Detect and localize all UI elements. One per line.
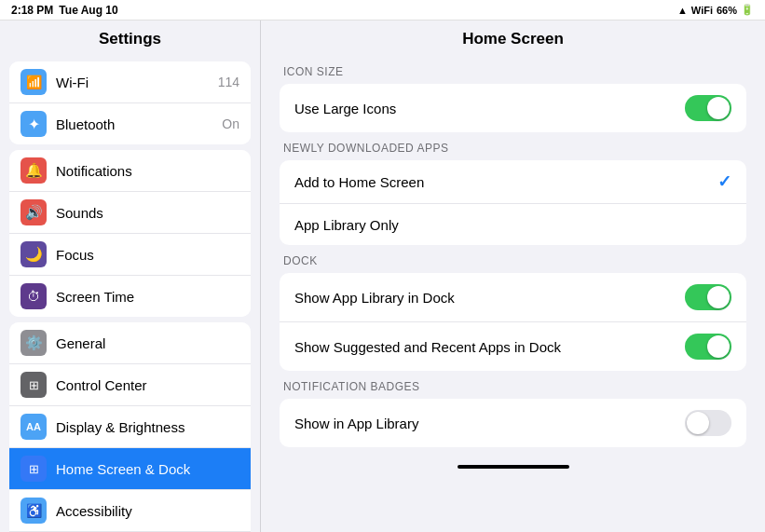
notifications-label: Notifications [56,163,239,179]
homescreen-icon: ⊞ [20,456,47,482]
sidebar-item-accessibility[interactable]: ♿ Accessibility [9,490,251,532]
sidebar-item-sounds[interactable]: 🔊 Sounds [9,192,251,234]
main-layout: Settings 📶 Wi-Fi 114 ✦ Bluetooth On 🔔 No… [0,20,765,532]
sidebar-group-settings: ⚙️ General ⊞ Control Center AA Display &… [9,322,251,532]
section-label-notification-badges: NOTIFICATION BADGES [280,380,746,393]
section-label-dock: DOCK [280,254,746,267]
sidebar-item-focus[interactable]: 🌙 Focus [9,234,251,276]
control-center-label: Control Center [56,377,239,393]
sidebar-item-wifi[interactable]: 📶 Wi-Fi 114 [9,61,251,103]
control-center-icon: ⊞ [20,372,47,398]
app-library-only-label: App Library Only [294,217,731,233]
status-bar: 2:18 PM Tue Aug 10 ▲ WiFi 66% 🔋 [0,0,765,20]
section-label-newly-downloaded: NEWLY DOWNLOADED APPS [280,142,746,155]
show-suggested-label: Show Suggested and Recent Apps in Dock [294,339,685,355]
sounds-icon: 🔊 [20,199,47,225]
battery-icon: 🔋 [741,4,754,16]
large-icons-toggle[interactable] [685,95,731,121]
sidebar-item-display[interactable]: AA Display & Brightness [9,406,251,448]
wifi-label: Wi-Fi [56,75,218,90]
row-large-icons[interactable]: Use Large Icons [280,84,746,132]
content-panel: Home Screen ICON SIZE Use Large Icons NE… [261,20,765,532]
wifi-icon: WiFi [691,5,713,16]
section-dock: DOCK Show App Library in Dock Show Sugge… [280,254,746,371]
show-suggested-toggle[interactable] [685,334,731,360]
row-add-home-screen[interactable]: Add to Home Screen ✓ [280,160,746,204]
bluetooth-label: Bluetooth [56,116,222,132]
section-icon-size: ICON SIZE Use Large Icons [280,65,746,132]
sidebar-item-bluetooth[interactable]: ✦ Bluetooth On [9,103,251,144]
section-group-newly-downloaded: Add to Home Screen ✓ App Library Only [280,160,746,245]
general-label: General [56,335,239,351]
homescreen-label: Home Screen & Dock [56,461,239,477]
show-app-library-dock-label: Show App Library in Dock [294,290,685,306]
bluetooth-icon: ✦ [20,111,47,137]
status-bar-left: 2:18 PM Tue Aug 10 [11,4,118,17]
section-notification-badges: NOTIFICATION BADGES Show in App Library [280,380,746,447]
row-app-library-only[interactable]: App Library Only [280,204,746,245]
show-in-app-library-label: Show in App Library [294,416,685,431]
sidebar-item-general[interactable]: ⚙️ General [9,322,251,364]
section-group-dock: Show App Library in Dock Show Suggested … [280,273,746,371]
sidebar-group-network: 📶 Wi-Fi 114 ✦ Bluetooth On [9,61,251,144]
screentime-icon: ⏱ [20,283,47,309]
sidebar-title: Settings [0,20,260,56]
status-time: 2:18 PM [11,4,53,17]
sounds-label: Sounds [56,205,239,221]
add-home-screen-label: Add to Home Screen [294,174,717,190]
accessibility-label: Accessibility [56,503,239,519]
battery-level: 66% [717,5,737,16]
screentime-label: Screen Time [56,289,239,305]
large-icons-label: Use Large Icons [294,101,685,116]
wifi-value: 114 [218,75,239,89]
display-label: Display & Brightness [56,419,239,435]
notifications-icon: 🔔 [20,157,47,184]
section-label-icon-size: ICON SIZE [280,65,746,78]
sidebar-item-notifications[interactable]: 🔔 Notifications [9,150,251,192]
focus-icon: 🌙 [20,241,47,267]
row-show-suggested[interactable]: Show Suggested and Recent Apps in Dock [280,322,746,371]
status-bar-right: ▲ WiFi 66% 🔋 [677,4,754,16]
sidebar-item-screentime[interactable]: ⏱ Screen Time [9,276,251,317]
sidebar-group-system: 🔔 Notifications 🔊 Sounds 🌙 Focus ⏱ Scree… [9,150,251,317]
section-newly-downloaded: NEWLY DOWNLOADED APPS Add to Home Screen… [280,142,746,245]
display-icon: AA [20,414,47,440]
row-show-in-app-library[interactable]: Show in App Library [280,399,746,447]
focus-label: Focus [56,247,239,263]
signal-icon: ▲ [677,5,688,16]
bluetooth-value: On [222,116,239,131]
sidebar: Settings 📶 Wi-Fi 114 ✦ Bluetooth On 🔔 No… [0,20,261,532]
home-indicator [458,465,569,469]
section-group-icon-size: Use Large Icons [280,84,746,132]
section-group-notification-badges: Show in App Library [280,399,746,447]
wifi-icon: 📶 [20,69,47,95]
sidebar-item-control-center[interactable]: ⊞ Control Center [9,364,251,406]
general-icon: ⚙️ [20,330,47,356]
show-app-library-dock-toggle[interactable] [685,284,731,310]
accessibility-icon: ♿ [20,498,47,524]
sidebar-item-homescreen[interactable]: ⊞ Home Screen & Dock [9,448,251,490]
bottom-bar [261,457,765,477]
content-title: Home Screen [261,20,765,56]
status-date: Tue Aug 10 [59,4,117,17]
add-home-check-icon: ✓ [717,171,731,192]
row-show-app-library-dock[interactable]: Show App Library in Dock [280,273,746,322]
show-in-app-library-toggle[interactable] [685,410,731,436]
